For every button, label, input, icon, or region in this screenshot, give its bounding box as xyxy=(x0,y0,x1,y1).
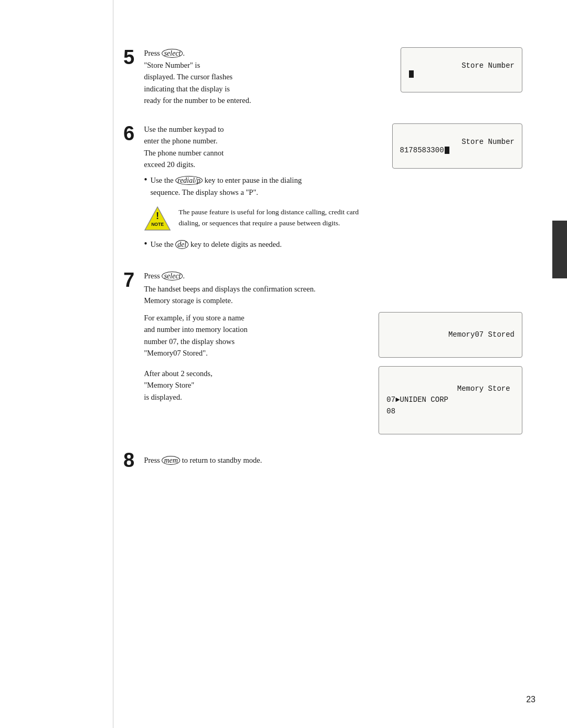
note-text: The pause feature is useful for long dis… xyxy=(178,205,376,229)
step-7-display2-line3: 08 xyxy=(386,407,395,415)
step-7-display1-text: Memory07 Stored xyxy=(448,330,514,339)
page: 23 5 Press select. "Store Number" is dis… xyxy=(0,0,567,728)
step-7-display2: Memory Store07►UNIDEN CORP08 xyxy=(379,366,522,434)
step-5-line4: indicating that the display is xyxy=(144,85,230,93)
step-5-select-button[interactable]: select xyxy=(162,49,183,58)
del-button[interactable]: del xyxy=(175,240,188,249)
bullet-dot-2: • xyxy=(144,238,147,250)
step-7-display2-line1: Memory Store xyxy=(448,384,510,393)
step-7-display1: Memory07 Stored xyxy=(379,312,522,358)
step-5-content: Press select. "Store Number" is displaye… xyxy=(144,47,522,107)
step-7-first-line: Press select. xyxy=(144,270,522,282)
step-7-content: Press select. The handset beeps and disp… xyxy=(144,270,522,434)
step-6-content: Use the number keypad to enter the phone… xyxy=(144,123,522,255)
step-7-row: For example, if you store a name and num… xyxy=(144,312,522,435)
step-6-line4: exceed 20 digits. xyxy=(144,160,195,169)
step-6-block: 6 Use the number keypad to enter the pho… xyxy=(123,123,522,255)
step-8-number: 8 xyxy=(123,450,134,470)
step-8-block: 8 Press mem to return to standby mode. xyxy=(123,450,522,470)
step-5-block: 5 Press select. "Store Number" is displa… xyxy=(123,47,522,107)
step-7-displays: Memory07 Stored Memory Store07►UNIDEN CO… xyxy=(379,312,522,435)
step-5-display-text: Store Number xyxy=(461,61,514,70)
step-6-text: Use the number keypad to enter the phone… xyxy=(144,123,376,255)
page-number: 23 xyxy=(526,695,536,704)
cursor-2 xyxy=(445,147,449,154)
step-6-bullet1: • Use the redial/p key to enter pause in… xyxy=(144,174,376,198)
svg-text:!: ! xyxy=(156,211,159,221)
step-6-number: 6 xyxy=(123,123,134,143)
step-7-block: 7 Press select. The handset beeps and di… xyxy=(123,270,522,434)
step-6-bullet2: • Use the del key to delete digits as ne… xyxy=(144,238,376,251)
step-6-display-line2: 8178583300 xyxy=(400,146,444,154)
note-icon: NOTE ! xyxy=(144,205,171,232)
step-7-line2: The handset beeps and displays the confi… xyxy=(144,283,522,295)
bullet-dot-1: • xyxy=(144,174,147,186)
step-8-content: Press mem to return to standby mode. xyxy=(144,450,522,466)
step-5-display: Store Number xyxy=(401,47,522,92)
step-7-line3: Memory storage is complete. xyxy=(144,295,522,306)
step-7-para2: After about 2 seconds, "Memory Store" is… xyxy=(144,368,363,403)
step-7-para1: For example, if you store a name and num… xyxy=(144,312,363,359)
svg-text:NOTE: NOTE xyxy=(151,222,164,227)
step-6-bullet2-text: Use the del key to delete digits as need… xyxy=(150,238,281,251)
step-6-display-line1: Store Number xyxy=(453,138,514,146)
step-5-press-label: Press xyxy=(144,49,162,57)
step-6-display: Store Number8178583300 xyxy=(392,123,522,169)
step-7-display2-line2: 07►UNIDEN CORP xyxy=(386,396,448,404)
step-5-line3: displayed. The cursor flashes xyxy=(144,72,233,81)
step-5-text: Press select. "Store Number" is displaye… xyxy=(144,47,385,107)
step-7-textcol: For example, if you store a name and num… xyxy=(144,312,363,403)
step-7-number: 7 xyxy=(123,270,134,290)
step-6-layout: Use the number keypad to enter the phone… xyxy=(144,123,522,255)
left-border xyxy=(113,0,113,728)
note-box: NOTE ! The pause feature is useful for l… xyxy=(144,205,376,232)
note-triangle-icon: NOTE ! xyxy=(144,205,171,232)
mem-button[interactable]: mem xyxy=(162,456,180,465)
redialp-button[interactable]: redial/p xyxy=(175,176,203,185)
step-6-line3: The phone number cannot xyxy=(144,149,224,157)
cursor xyxy=(409,70,414,78)
main-content: 5 Press select. "Store Number" is displa… xyxy=(123,47,522,470)
step-5-line2: "Store Number" is xyxy=(144,61,200,69)
right-tab xyxy=(552,221,567,278)
step-5-line5: ready for the number to be entered. xyxy=(144,96,251,105)
step-6-line2: enter the phone number. xyxy=(144,137,217,145)
step-5-number: 5 xyxy=(123,47,134,67)
step-6-bullet1-text: Use the redial/p key to enter pause in t… xyxy=(150,174,301,198)
step-6-line1: Use the number keypad to xyxy=(144,125,224,133)
step-7-select-button[interactable]: select xyxy=(162,272,183,280)
step-5-layout: Press select. "Store Number" is displaye… xyxy=(144,47,522,107)
